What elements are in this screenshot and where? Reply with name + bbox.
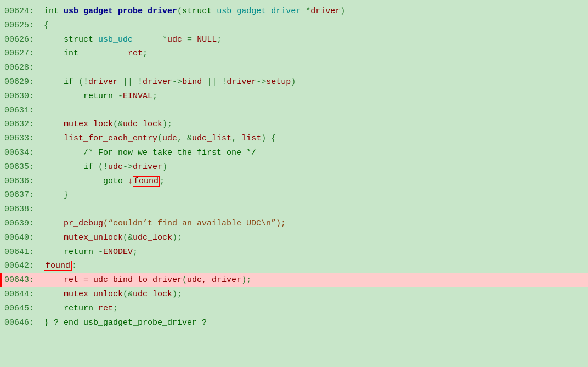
code-token: ) (162, 162, 167, 172)
code-line: 00628: (0, 61, 588, 75)
code-token (34, 290, 64, 299)
line-content: } ? end usb_gadget_probe_driver ? (34, 316, 207, 330)
line-number: 00636: (4, 174, 34, 189)
code-line: 00632: mutex_lock(&udc_lock); (0, 117, 588, 132)
code-token: ret = udc_bind_to_driver (64, 275, 182, 285)
line-content: found: (34, 259, 77, 273)
code-token: return (64, 304, 93, 313)
code-line: 00640: mutex_unlock(&udc_lock); (0, 231, 588, 245)
code-token: list_for_each_entry (64, 134, 157, 143)
line-content: return -EINVAL; (34, 89, 157, 104)
code-line: 00634: /* For now we take the first one … (0, 146, 588, 160)
line-number: 00637: (4, 188, 34, 202)
code-token (93, 35, 98, 44)
code-token (34, 219, 64, 228)
code-token: NULL (197, 35, 217, 44)
code-token: : (72, 261, 77, 270)
line-content: } (34, 188, 69, 202)
code-token: pr_debug (64, 219, 103, 228)
line-number: 00631: (4, 104, 34, 118)
code-token: * (301, 7, 310, 16)
code-line: 00645: return ret; (0, 302, 588, 316)
line-number: 00632: (4, 117, 34, 132)
code-token (34, 120, 64, 129)
code-token (34, 261, 44, 270)
line-number: 00628: (4, 61, 34, 75)
code-line: 00635: if (!udc->driver) (0, 160, 588, 174)
code-token: return (83, 92, 113, 101)
code-token: ) { (261, 134, 276, 143)
line-content: return -ENODEV; (34, 245, 138, 259)
line-number: 00646: (4, 316, 34, 330)
code-token: goto (103, 177, 123, 186)
code-token (34, 162, 83, 172)
line-content: if (!driver || !driver->bind || !driver-… (34, 75, 296, 89)
code-token (34, 304, 64, 313)
line-content: list_for_each_entry(udc, &udc_list, list… (34, 132, 276, 146)
code-token: (& (113, 120, 123, 129)
line-number: 00633: (4, 132, 34, 146)
code-token: || ! (118, 77, 143, 87)
code-line: 00646: } ? end usb_gadget_probe_driver ? (0, 316, 588, 330)
code-token: ); (172, 233, 182, 242)
code-token: ; (160, 177, 165, 186)
code-token: driver (143, 77, 172, 87)
code-token: -> (256, 77, 266, 87)
code-token: udc_list (192, 134, 231, 143)
code-token: found (44, 261, 72, 271)
code-line: 00641: return -ENODEV; (0, 245, 588, 259)
code-token (34, 92, 83, 101)
code-token (34, 275, 64, 285)
line-number: 00629: (4, 75, 34, 89)
code-token: * (133, 35, 167, 44)
line-number: 00635: (4, 160, 34, 174)
code-token: ; (217, 35, 222, 44)
line-number: 00634: (4, 146, 34, 160)
code-token: ); (172, 290, 182, 299)
code-token (93, 304, 98, 313)
code-token: (& (123, 233, 133, 242)
code-token: - (113, 92, 123, 101)
code-line: 00638: (0, 202, 588, 217)
code-token (34, 49, 64, 58)
code-line: 00643: ret = udc_bind_to_driver(udc, dri… (0, 273, 588, 287)
code-token: bind (182, 77, 202, 87)
code-token: ; (113, 304, 118, 313)
code-token (34, 7, 44, 16)
code-token: struct (182, 7, 212, 16)
code-token (78, 49, 128, 58)
code-token (34, 148, 83, 157)
code-line: 00625: { (0, 19, 588, 33)
code-token: EINVAL (123, 92, 152, 101)
code-token: udc, driver (187, 275, 241, 285)
code-line: 00633: list_for_each_entry(udc, &udc_lis… (0, 132, 588, 146)
line-content: if (!udc->driver) (34, 160, 167, 174)
code-token: ret (98, 304, 113, 313)
code-line: 00631: (0, 104, 588, 118)
code-line: 00636: goto ↓found; (0, 174, 588, 189)
code-token: ) (291, 77, 296, 87)
code-token: ( (182, 275, 187, 285)
code-token: int (44, 7, 59, 16)
code-line: 00624: int usb_gadget_probe_driver(struc… (0, 4, 588, 19)
code-token: usb_udc (98, 35, 133, 44)
code-token: found (133, 176, 160, 187)
code-token: ; (133, 247, 138, 257)
code-token: udc (108, 162, 123, 172)
code-token (34, 177, 103, 186)
code-token: /* For now we take the first one */ (83, 148, 256, 157)
line-content: /* For now we take the first one */ (34, 146, 256, 160)
code-token (34, 247, 64, 257)
code-token: ↓ (123, 177, 133, 186)
code-token: (“couldn’t find an available UDC\n”); (103, 219, 286, 228)
code-line: 00639: pr_debug(“couldn’t find an availa… (0, 217, 588, 231)
code-token: - (93, 247, 103, 257)
code-token: ret (128, 49, 143, 58)
code-token: ENODEV (103, 247, 133, 257)
line-number: 00625: (4, 19, 34, 33)
line-content: return ret; (34, 302, 118, 316)
code-token: ); (162, 120, 172, 129)
line-content: int usb_gadget_probe_driver(struct usb_g… (34, 4, 345, 19)
code-line: 00629: if (!driver || !driver->bind || !… (0, 75, 588, 89)
code-line: 00644: mutex_unlock(&udc_lock); (0, 287, 588, 302)
